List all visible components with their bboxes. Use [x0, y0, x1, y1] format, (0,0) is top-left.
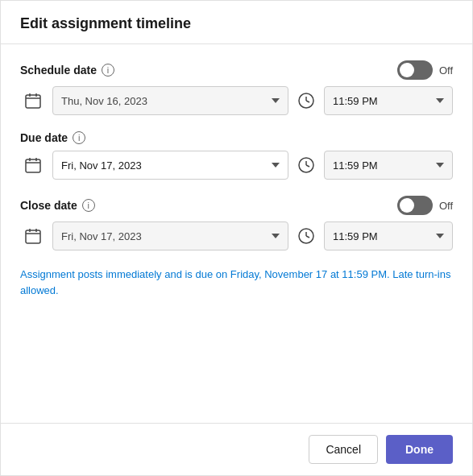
edit-assignment-timeline-dialog: Edit assignment timeline Schedule date i…	[0, 0, 473, 476]
close-date-time-picker[interactable]: 11:59 PM	[324, 221, 453, 250]
due-date-value: Fri, Nov 17, 2023	[61, 159, 142, 172]
svg-line-6	[306, 101, 309, 102]
close-date-picker[interactable]: Fri, Nov 17, 2023	[52, 221, 288, 250]
close-date-info-icon: i	[82, 199, 95, 212]
due-date-picker[interactable]: Fri, Nov 17, 2023	[52, 151, 288, 180]
close-date-clock-icon	[295, 225, 317, 247]
svg-line-13	[306, 165, 309, 167]
schedule-date-toggle-wrapper: Off	[397, 60, 453, 80]
dialog-body: Schedule date i Off Thu, Nov 16, 2023	[1, 44, 472, 423]
close-date-toggle-label: Off	[439, 200, 453, 212]
svg-rect-7	[26, 159, 40, 172]
due-date-calendar-icon	[20, 152, 46, 178]
schedule-date-value: Thu, Nov 16, 2023	[61, 95, 147, 107]
close-date-fields-row: Fri, Nov 17, 2023 11:59 PM	[20, 221, 453, 250]
due-date-fields-row: Fri, Nov 17, 2023 11:59 PM	[20, 151, 453, 180]
due-time-chevron	[436, 163, 444, 168]
due-date-clock-icon	[295, 154, 317, 176]
schedule-date-time-picker[interactable]: 11:59 PM	[324, 86, 453, 115]
close-date-toggle-wrapper: Off	[397, 196, 453, 215]
schedule-date-toggle-knob	[400, 63, 414, 77]
schedule-date-toggle-label: Off	[439, 64, 453, 77]
due-date-chevron	[272, 163, 280, 168]
close-date-time-value: 11:59 PM	[333, 230, 378, 242]
done-button[interactable]: Done	[386, 435, 453, 464]
close-date-toggle[interactable]	[397, 196, 433, 215]
cancel-button[interactable]: Cancel	[309, 435, 378, 464]
schedule-time-chevron	[436, 98, 444, 103]
close-date-chevron	[272, 234, 280, 238]
dialog-footer: Cancel Done	[1, 423, 472, 475]
close-time-chevron	[436, 234, 444, 238]
due-date-section-header: Due date i	[20, 131, 453, 144]
schedule-date-info-icon: i	[102, 64, 114, 77]
close-date-toggle-knob	[400, 198, 414, 213]
schedule-date-section-header: Schedule date i Off	[20, 60, 453, 80]
due-date-time-value: 11:59 PM	[333, 159, 378, 172]
dialog-header: Edit assignment timeline	[1, 1, 472, 44]
schedule-date-picker[interactable]: Thu, Nov 16, 2023	[52, 86, 288, 115]
close-date-section-header: Close date i Off	[20, 196, 453, 215]
schedule-date-label: Schedule date	[20, 64, 97, 77]
close-date-value: Fri, Nov 17, 2023	[61, 230, 142, 242]
schedule-date-time-value: 11:59 PM	[333, 95, 378, 107]
svg-rect-0	[26, 95, 40, 108]
due-date-label: Due date	[20, 131, 68, 144]
svg-rect-14	[26, 230, 40, 243]
schedule-date-toggle[interactable]	[397, 60, 433, 80]
close-date-label: Close date	[20, 199, 77, 212]
due-date-time-picker[interactable]: 11:59 PM	[324, 151, 453, 180]
close-date-calendar-icon	[20, 223, 46, 249]
schedule-date-clock-icon	[295, 89, 317, 112]
assignment-info-text: Assignment posts immediately and is due …	[20, 267, 453, 298]
svg-line-20	[306, 236, 309, 238]
schedule-date-fields-row: Thu, Nov 16, 2023 11:59 PM	[20, 86, 453, 115]
schedule-date-chevron	[272, 98, 280, 103]
due-date-info-icon: i	[73, 131, 85, 144]
dialog-title: Edit assignment timeline	[20, 15, 191, 31]
schedule-date-calendar-icon	[20, 88, 46, 114]
